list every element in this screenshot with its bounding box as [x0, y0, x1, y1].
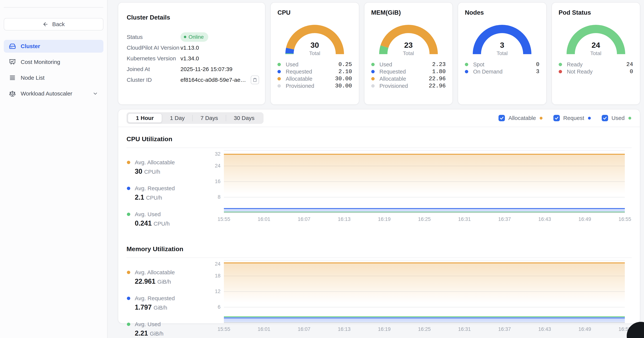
legend-series-unit: CPU/h — [154, 221, 170, 227]
chart-legend-entry: Avg. Allocatable22.961GiB/h — [126, 269, 209, 285]
checkbox-icon[interactable] — [554, 115, 560, 121]
legend-dot-icon — [127, 212, 130, 216]
legend-label: Spot — [473, 62, 484, 68]
cpu-chart-legend: Avg. Allocatable30CPU/hAvg. Requested2.1… — [126, 150, 209, 237]
sidebar: Back Cluster Cost Monitoring Node List — [0, 0, 108, 338]
toggle-color-dot-icon — [540, 117, 542, 120]
gauge-legend-row: Allocatable22.96 — [371, 75, 446, 82]
legend-dot-icon — [559, 63, 562, 66]
legend-label: On Demand — [473, 68, 502, 75]
detail-row-joined-at: Joined At 2025-11-26 15:07:39 — [127, 64, 256, 74]
sidebar-item-cost-monitoring[interactable]: Cost Monitoring — [4, 56, 104, 68]
sidebar-item-cluster[interactable]: Cluster — [4, 40, 104, 53]
gauge-card-title: CPU — [278, 9, 352, 16]
chart-legend-name-row: Avg. Used — [127, 211, 209, 218]
tab-30-days[interactable]: 30 Days — [226, 113, 262, 123]
gauge-arc — [468, 20, 536, 55]
chart-legend-value-row: 1.797GiB/h — [127, 304, 209, 311]
y-axis-tick-label: 32 — [209, 151, 220, 157]
legend-value: 2.23 — [432, 61, 446, 68]
gauge-legend-row: Provisioned30.00 — [278, 82, 352, 90]
x-axis-tick-label: 16:55 — [618, 216, 631, 222]
series-line — [224, 154, 625, 155]
toggle-request[interactable]: Request — [554, 115, 591, 121]
legend-dot-icon — [127, 161, 130, 164]
chart-legend-value-row: 22.961GiB/h — [127, 278, 209, 285]
cluster-id-value: ef8164cc-a0d8-59e7-ae6… — [180, 77, 248, 83]
tab-1-day[interactable]: 1 Day — [162, 113, 192, 123]
detail-label: Status — [127, 34, 180, 40]
copy-cluster-id-button[interactable] — [251, 76, 259, 84]
chart-legend-name-row: Avg. Allocatable — [127, 159, 209, 166]
legend-series-value: 22.961 — [135, 278, 156, 285]
tab-1-hour[interactable]: 1 Hour — [128, 113, 162, 123]
y-axis-tick-label: 18 — [209, 273, 220, 279]
cpu-utilization-section: CPU Utilization Avg. Allocatable30CPU/hA… — [118, 135, 640, 237]
gauge-legend: Ready24Not Ready0 — [559, 61, 633, 75]
series-line — [224, 262, 625, 263]
legend-series-name: Avg. Requested — [135, 295, 175, 302]
series-line — [224, 208, 625, 209]
gauge-total-value: 30 — [281, 41, 348, 49]
toggle-color-dot-icon — [588, 117, 591, 120]
legend-value: 24 — [626, 61, 633, 68]
chart-legend-entry: Avg. Requested1.797GiB/h — [126, 295, 209, 311]
detail-label: CloudPilot AI Version — [127, 44, 180, 51]
x-axis-tick-label: 16:07 — [298, 326, 310, 332]
x-axis-tick-label: 15:55 — [218, 216, 230, 222]
sidebar-divider — [4, 7, 104, 8]
gauge-legend-row: Allocatable30.00 — [278, 75, 352, 82]
checkbox-icon[interactable] — [602, 115, 608, 121]
status-badge: Online — [180, 32, 208, 42]
checkbox-icon[interactable] — [498, 115, 505, 121]
toggle-color-dot-icon — [628, 117, 631, 120]
detail-value: v1.13.0 — [180, 44, 199, 51]
chart-legend-name-row: Avg. Requested — [127, 295, 209, 302]
x-axis-tick-label: 16:01 — [258, 216, 270, 222]
memory-chart: 2418126 15:5516:0116:0716:1316:1916:2516… — [209, 260, 625, 338]
legend-series-unit: GiB/h — [157, 279, 171, 285]
scale-icon — [9, 90, 16, 97]
detail-row-kubernetes-version: Kubernetes Version v1.34.0 — [127, 53, 256, 64]
x-axis-tick-label: 15:55 — [218, 326, 230, 332]
chevron-down-icon[interactable] — [92, 91, 98, 96]
legend-dot-icon — [371, 77, 375, 80]
detail-value: 2025-11-26 15:07:39 — [180, 66, 232, 72]
sidebar-item-node-list[interactable]: Node List — [4, 72, 104, 84]
tab-7-days[interactable]: 7 Days — [192, 113, 226, 123]
legend-series-unit: CPU/h — [146, 195, 162, 201]
legend-series-unit: CPU/h — [144, 169, 160, 175]
cpu-plot: 3224168 — [224, 150, 625, 212]
legend-dot-icon — [371, 84, 375, 88]
series-area-fill — [224, 318, 625, 322]
chart-legend-name-row: Avg. Requested — [127, 185, 209, 192]
legend-label: Allocatable — [286, 76, 312, 82]
legend-dot-icon — [127, 271, 130, 274]
gauge-card-title: MEM(GiB) — [371, 9, 446, 16]
cluster-details-card: Cluster Details Status Online CloudPilot… — [118, 2, 266, 105]
list-lines-icon — [9, 74, 16, 81]
legend-label: Ready — [567, 62, 583, 68]
toggle-allocatable[interactable]: Allocatable — [498, 115, 542, 121]
clipboard-icon — [253, 78, 257, 82]
chart-legend-value-row: 0.241CPU/h — [127, 220, 209, 227]
legend-value: 1.80 — [432, 68, 446, 75]
gauge-legend-row: Provisioned22.96 — [371, 82, 446, 90]
legend-dot-icon — [465, 63, 468, 66]
legend-value: 22.96 — [429, 76, 446, 82]
cluster-details-title: Cluster Details — [127, 14, 256, 21]
toggle-label: Allocatable — [508, 115, 536, 121]
memory-plot: 2418126 — [224, 260, 625, 322]
back-button[interactable]: Back — [4, 18, 104, 30]
cpu-chart: 3224168 15:5516:0116:0716:1316:1916:2516… — [209, 150, 625, 237]
toggle-used[interactable]: Used — [602, 115, 631, 121]
sidebar-item-workload-autoscaler[interactable]: Workload Autoscaler — [4, 87, 104, 100]
chart-legend-entry: Avg. Used0.241CPU/h — [126, 211, 209, 227]
legend-dot-icon — [371, 70, 375, 73]
memory-x-axis: 15:5516:0116:0716:1316:1916:2516:3116:37… — [224, 326, 625, 333]
x-axis-tick-label: 16:25 — [418, 326, 431, 332]
time-range-tabs: 1 Hour 1 Day 7 Days 30 Days — [126, 112, 264, 124]
series-area-fill — [224, 263, 625, 303]
memory-chart-row: Avg. Allocatable22.961GiB/hAvg. Requeste… — [126, 260, 632, 338]
legend-label: Not Ready — [567, 68, 593, 75]
